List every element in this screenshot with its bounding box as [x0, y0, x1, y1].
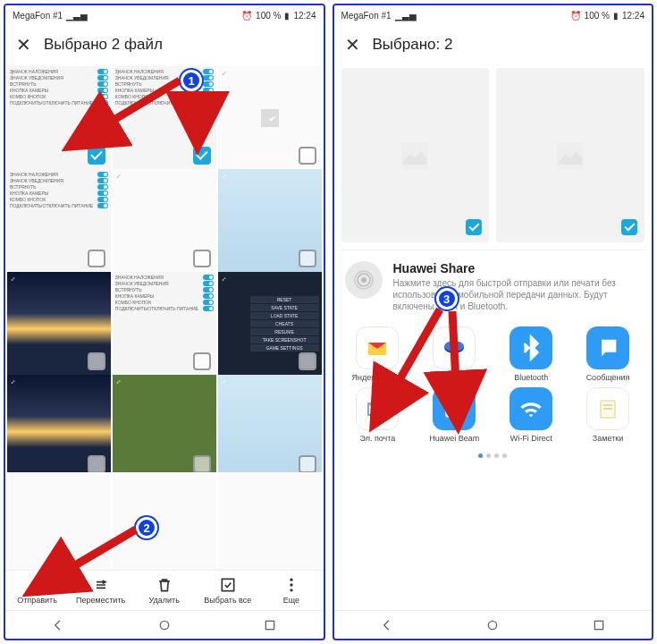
svg-point-26	[489, 621, 497, 629]
checkbox-checked[interactable]	[88, 147, 105, 165]
thumbnail[interactable]: ⤢	[113, 169, 216, 273]
share-app-msg[interactable]: Сообщения	[571, 326, 644, 382]
selected-thumbnails	[341, 64, 645, 250]
checkbox-checked[interactable]	[193, 147, 211, 165]
expand-icon: ⤢	[222, 275, 234, 288]
app-label: Яндекс.Диск	[431, 373, 477, 382]
more-icon	[282, 576, 300, 594]
checkbox[interactable]	[88, 250, 105, 267]
send-icon	[29, 576, 46, 594]
thumbnail[interactable]: ⤢	[218, 169, 322, 273]
thumbnail[interactable]: ⤢ ЗНАЧОК НАЛОЖЕНИЯЗНАЧОК УВЕДОМЛЕНИЯВСТР…	[113, 66, 216, 170]
thumbnail[interactable]: ⤢	[218, 375, 322, 479]
nav-bar	[334, 610, 653, 639]
thumbnail[interactable]	[113, 472, 216, 570]
alarm-icon: ⏰	[241, 11, 252, 21]
selection-header: ✕ Выбрано: 2	[334, 25, 653, 64]
checkbox[interactable]	[88, 352, 105, 370]
phone-left: MegaFon #1 ▁▃▅ ⏰ 100 % ▮ 12:24 ✕ Выбрано…	[4, 4, 325, 640]
thumbnail[interactable]	[7, 472, 111, 570]
signal-icon: ▁▃▅	[66, 11, 88, 21]
nav-home-icon[interactable]	[157, 618, 172, 632]
trash-icon	[156, 576, 173, 594]
thumbnail[interactable]	[218, 472, 322, 570]
checkbox[interactable]	[193, 455, 211, 473]
thumbnail[interactable]: ЗНАЧОК НАЛОЖЕНИЯЗНАЧОК УВЕДОМЛЕНИЯВСТРЯН…	[7, 169, 111, 273]
battery-label: 100 %	[585, 11, 610, 21]
toolbar-send-button[interactable]: Отправить	[5, 571, 69, 610]
checkbox-checked[interactable]	[621, 219, 637, 235]
toolbar-label: Еще	[283, 596, 299, 605]
toolbar-label: Переместить	[76, 596, 125, 605]
share-app-ydisk[interactable]: Яндекс.Диск	[417, 326, 491, 382]
checkbox[interactable]	[299, 147, 316, 165]
toolbar-trash-button[interactable]: Удалить	[132, 571, 196, 610]
svg-point-5	[290, 583, 292, 586]
expand-icon: ⤢	[116, 70, 129, 82]
toolbar-label: Выбрать все	[204, 596, 251, 605]
checkbox[interactable]	[193, 352, 211, 370]
share-app-wifi[interactable]: Wi-Fi Direct	[494, 387, 568, 443]
svg-point-4	[290, 579, 292, 581]
checkbox[interactable]	[299, 250, 316, 267]
svg-point-6	[290, 589, 292, 591]
thumbnail[interactable]: ⤢ RESETSAVE STATELOAD STATECHEATSRESUMET…	[218, 272, 322, 376]
nav-recent-icon[interactable]	[263, 618, 277, 632]
nav-back-icon[interactable]	[380, 618, 394, 632]
toolbar-select-all-button[interactable]: Выбрать все	[196, 571, 259, 610]
svg-rect-19	[363, 394, 392, 423]
svg-rect-8	[266, 621, 274, 629]
share-heading: Huawei Share	[393, 261, 642, 275]
toolbar-move-button[interactable]: Переместить	[69, 571, 132, 610]
thumbnail[interactable]: ⤢	[7, 272, 111, 376]
app-label: Сообщения	[586, 373, 630, 382]
nfc-icon	[433, 387, 476, 430]
toolbar-more-button[interactable]: Еще	[259, 571, 323, 610]
huawei-share-section[interactable]: Huawei Share Нажмите здесь для быстрой о…	[341, 250, 645, 323]
share-app-ymail[interactable]: Яндекс.Почта	[341, 326, 415, 382]
svg-point-18	[444, 341, 464, 352]
carrier-label: MegaFon #1	[13, 11, 63, 21]
thumbnail[interactable]: ⤢ ЗНАЧОК НАЛОЖЕНИЯЗНАЧОК УВЕДОМЛЕНИЯВСТР…	[7, 66, 111, 170]
share-app-nfc[interactable]: Huawei Beam	[417, 387, 491, 443]
checkbox-checked[interactable]	[466, 219, 482, 235]
time-label: 12:24	[293, 11, 316, 21]
close-icon[interactable]: ✕	[345, 34, 360, 55]
nav-recent-icon[interactable]	[592, 618, 606, 632]
expand-icon: ⤢	[222, 378, 234, 391]
battery-icon: ▮	[613, 11, 619, 21]
share-app-bt[interactable]: Bluetooth	[494, 326, 568, 382]
thumbnail[interactable]: ⤢	[7, 375, 111, 479]
expand-icon: ⤢	[11, 275, 23, 288]
expand-icon: ⤢	[222, 173, 234, 185]
thumbnail[interactable]: ЗНАЧОК НАЛОЖЕНИЯЗНАЧОК УВЕДОМЛЕНИЯВСТРЯН…	[113, 272, 216, 376]
share-radar-icon	[345, 261, 383, 299]
status-bar: MegaFon #1 ▁▃▅ ⏰ 100 % ▮ 12:24	[334, 5, 653, 25]
app-label: Bluetooth	[514, 373, 548, 382]
ydisk-icon	[433, 326, 476, 369]
nav-home-icon[interactable]	[485, 618, 500, 632]
thumbnail[interactable]: ⤢	[113, 375, 216, 479]
nav-back-icon[interactable]	[51, 618, 65, 632]
thumbnail[interactable]	[341, 68, 490, 242]
thumbnail[interactable]: ⤢	[218, 66, 322, 170]
bt-icon	[510, 326, 552, 369]
note-icon	[586, 387, 629, 430]
carrier-label: MegaFon #1	[341, 11, 392, 21]
expand-icon: ⤢	[116, 173, 129, 185]
share-app-mail[interactable]: Эл. почта	[341, 387, 415, 443]
checkbox[interactable]	[193, 250, 211, 267]
close-icon[interactable]: ✕	[16, 34, 31, 55]
thumbnail[interactable]	[496, 68, 644, 242]
share-description: Нажмите здесь для быстрой отправки или п…	[393, 277, 642, 312]
alarm-icon: ⏰	[570, 11, 581, 21]
checkbox[interactable]	[88, 455, 105, 473]
checkbox[interactable]	[299, 455, 316, 473]
share-app-grid: Яндекс.ПочтаЯндекс.ДискBluetoothСообщени…	[341, 323, 645, 446]
mail-icon	[356, 387, 399, 430]
bottom-toolbar: ОтправитьПереместитьУдалитьВыбрать всеЕщ…	[5, 570, 324, 610]
checkbox[interactable]	[299, 352, 316, 370]
toolbar-label: Отправить	[17, 596, 57, 605]
share-app-note[interactable]: Заметки	[571, 387, 644, 443]
expand-icon: ⤢	[11, 70, 23, 82]
